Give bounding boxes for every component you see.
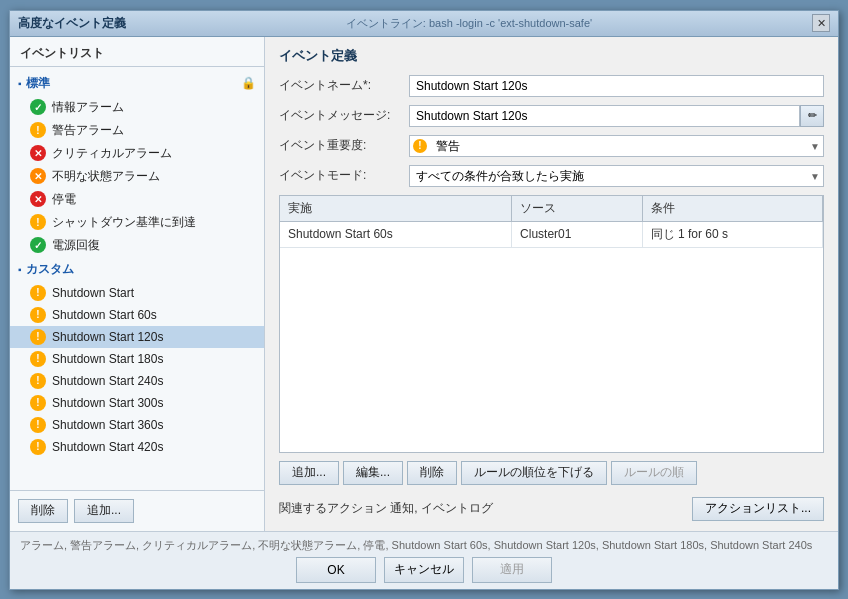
- move-down-rule-button[interactable]: ルールの順位を下げる: [461, 461, 607, 485]
- title-bar: 高度なイベント定義 イベントライン: bash -login -c 'ext-s…: [10, 11, 838, 37]
- dialog-footer: アラーム, 警告アラーム, クリティカルアラーム, 不明な状態アラーム, 停電,…: [10, 531, 838, 589]
- left-panel-header: イベントリスト: [10, 37, 264, 67]
- shutdown-120s-icon: !: [30, 329, 46, 345]
- event-name-label: イベントネーム*:: [279, 77, 409, 94]
- event-mode-select[interactable]: すべての条件が合致したら実施: [409, 165, 824, 187]
- row-condition: 同じ 1 for 60 s: [642, 221, 822, 247]
- event-name-input[interactable]: [409, 75, 824, 97]
- list-item-power-restore[interactable]: ✓ 電源回復: [10, 234, 264, 257]
- info-alarm-icon: ✓: [30, 99, 46, 115]
- right-panel: イベント定義 イベントネーム*: イベントメッセージ: ✏ イベント重要度: !: [265, 37, 838, 531]
- shutdown-reached-icon: !: [30, 214, 46, 230]
- event-severity-select-wrapper: ! 警告 ▼: [409, 135, 824, 157]
- main-dialog: 高度なイベント定義 イベントライン: bash -login -c 'ext-s…: [9, 10, 839, 590]
- cancel-button[interactable]: キャンセル: [384, 557, 464, 583]
- shutdown-360s-label: Shutdown Start 360s: [52, 418, 163, 432]
- close-button[interactable]: ✕: [812, 14, 830, 32]
- custom-section-expand-icon: ▪: [18, 264, 22, 275]
- event-mode-label: イベントモード:: [279, 167, 409, 184]
- dialog-body: イベントリスト ▪ 標準 🔒 ✓ 情報アラーム ! 警告アラーム: [10, 37, 838, 531]
- apply-button[interactable]: 適用: [472, 557, 552, 583]
- edit-rule-button[interactable]: 編集...: [343, 461, 403, 485]
- ok-button[interactable]: OK: [296, 557, 376, 583]
- shutdown-420s-label: Shutdown Start 420s: [52, 440, 163, 454]
- shutdown-240s-label: Shutdown Start 240s: [52, 374, 163, 388]
- unknown-alarm-label: 不明な状態アラーム: [52, 168, 160, 185]
- right-panel-title: イベント定義: [279, 47, 824, 65]
- related-actions: 関連するアクション 通知, イベントログ アクションリスト...: [279, 497, 824, 521]
- shutdown-300s-icon: !: [30, 395, 46, 411]
- shutdown-240s-icon: !: [30, 373, 46, 389]
- list-item-shutdown-420s[interactable]: ! Shutdown Start 420s: [10, 436, 264, 458]
- left-panel-footer: 削除 追加...: [10, 490, 264, 531]
- event-message-field: ✏: [409, 105, 824, 127]
- list-item-power-failure[interactable]: ✕ 停電: [10, 188, 264, 211]
- shutdown-300s-label: Shutdown Start 300s: [52, 396, 163, 410]
- standard-section-header: ▪ 標準 🔒: [10, 71, 264, 96]
- row-source: Cluster01: [512, 221, 643, 247]
- list-item-shutdown-60s[interactable]: ! Shutdown Start 60s: [10, 304, 264, 326]
- list-item-shutdown-360s[interactable]: ! Shutdown Start 360s: [10, 414, 264, 436]
- table-row[interactable]: Shutdown Start 60s Cluster01 同じ 1 for 60…: [280, 221, 823, 247]
- move-up-rule-button[interactable]: ルールの順: [611, 461, 697, 485]
- event-name-row: イベントネーム*:: [279, 75, 824, 97]
- list-item-warning-alarm[interactable]: ! 警告アラーム: [10, 119, 264, 142]
- rules-table-container: 実施 ソース 条件 Shutdown Start 60s Cluster01 同…: [279, 195, 824, 453]
- list-item-shutdown-240s[interactable]: ! Shutdown Start 240s: [10, 370, 264, 392]
- footer-status: アラーム, 警告アラーム, クリティカルアラーム, 不明な状態アラーム, 停電,…: [20, 538, 828, 553]
- left-panel: イベントリスト ▪ 標準 🔒 ✓ 情報アラーム ! 警告アラーム: [10, 37, 265, 531]
- col-condition: 条件: [642, 196, 822, 222]
- add-rule-button[interactable]: 追加...: [279, 461, 339, 485]
- shutdown-60s-label: Shutdown Start 60s: [52, 308, 157, 322]
- col-source: ソース: [512, 196, 643, 222]
- action-list-button[interactable]: アクションリスト...: [692, 497, 824, 521]
- shutdown-start-icon: !: [30, 285, 46, 301]
- custom-label: カスタム: [26, 261, 74, 278]
- list-item-shutdown-180s[interactable]: ! Shutdown Start 180s: [10, 348, 264, 370]
- warning-alarm-icon: !: [30, 122, 46, 138]
- list-item-critical-alarm[interactable]: ✕ クリティカルアラーム: [10, 142, 264, 165]
- shutdown-start-label: Shutdown Start: [52, 286, 134, 300]
- rules-table: 実施 ソース 条件 Shutdown Start 60s Cluster01 同…: [280, 196, 823, 248]
- list-item-shutdown-start[interactable]: ! Shutdown Start: [10, 282, 264, 304]
- left-panel-title: イベントリスト: [20, 46, 104, 60]
- list-item-shutdown-300s[interactable]: ! Shutdown Start 300s: [10, 392, 264, 414]
- event-severity-select[interactable]: 警告: [409, 135, 824, 157]
- event-list: ▪ 標準 🔒 ✓ 情報アラーム ! 警告アラーム ✕ クリティカルアラーム: [10, 67, 264, 490]
- power-failure-label: 停電: [52, 191, 76, 208]
- power-restore-label: 電源回復: [52, 237, 100, 254]
- shutdown-60s-icon: !: [30, 307, 46, 323]
- event-message-row: イベントメッセージ: ✏: [279, 105, 824, 127]
- list-item-info-alarm[interactable]: ✓ 情報アラーム: [10, 96, 264, 119]
- list-item-shutdown-120s[interactable]: ! Shutdown Start 120s: [10, 326, 264, 348]
- info-alarm-label: 情報アラーム: [52, 99, 124, 116]
- event-severity-row: イベント重要度: ! 警告 ▼: [279, 135, 824, 157]
- col-action: 実施: [280, 196, 512, 222]
- delete-event-button[interactable]: 削除: [18, 499, 68, 523]
- event-mode-select-wrapper: すべての条件が合致したら実施 ▼: [409, 165, 824, 187]
- section-expand-icon: ▪: [18, 78, 22, 89]
- list-item-shutdown-reached[interactable]: ! シャットダウン基準に到達: [10, 211, 264, 234]
- shutdown-180s-icon: !: [30, 351, 46, 367]
- critical-alarm-icon: ✕: [30, 145, 46, 161]
- event-message-label: イベントメッセージ:: [279, 107, 409, 124]
- delete-rule-button[interactable]: 削除: [407, 461, 457, 485]
- shutdown-420s-icon: !: [30, 439, 46, 455]
- dialog-subtitle: イベントライン: bash -login -c 'ext-shutdown-sa…: [346, 16, 592, 31]
- event-severity-label: イベント重要度:: [279, 137, 409, 154]
- related-label: 関連するアクション 通知, イベントログ: [279, 500, 493, 517]
- critical-alarm-label: クリティカルアラーム: [52, 145, 172, 162]
- warning-alarm-label: 警告アラーム: [52, 122, 124, 139]
- custom-section-header: ▪ カスタム: [10, 257, 264, 282]
- event-message-input[interactable]: [409, 105, 800, 127]
- list-item-unknown-alarm[interactable]: ✕ 不明な状態アラーム: [10, 165, 264, 188]
- add-event-button[interactable]: 追加...: [74, 499, 134, 523]
- lock-icon: 🔒: [241, 76, 256, 90]
- shutdown-360s-icon: !: [30, 417, 46, 433]
- shutdown-reached-label: シャットダウン基準に到達: [52, 214, 196, 231]
- event-mode-row: イベントモード: すべての条件が合致したら実施 ▼: [279, 165, 824, 187]
- power-failure-icon: ✕: [30, 191, 46, 207]
- shutdown-120s-label: Shutdown Start 120s: [52, 330, 163, 344]
- shutdown-180s-label: Shutdown Start 180s: [52, 352, 163, 366]
- event-message-edit-button[interactable]: ✏: [800, 105, 824, 127]
